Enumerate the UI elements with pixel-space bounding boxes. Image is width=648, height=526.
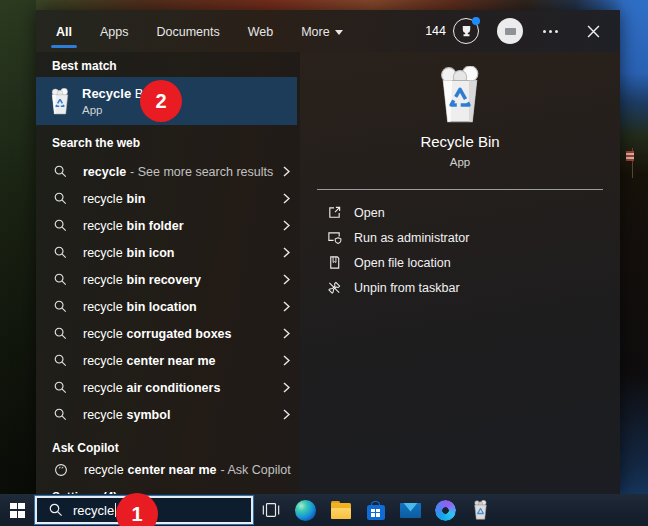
- rewards-count: 144: [425, 24, 446, 38]
- chevron-right-icon: [283, 166, 290, 177]
- user-avatar[interactable]: [497, 18, 523, 44]
- tab-web[interactable]: Web: [248, 23, 273, 39]
- chevron-right-icon: [283, 193, 290, 204]
- rewards-icon: [453, 18, 479, 44]
- copilot-suggestion-row[interactable]: recyclecenter near me- Ask Copilot: [36, 456, 300, 483]
- tab-apps-label: Apps: [100, 25, 129, 39]
- web-suggestion-row[interactable]: recyclecenter near me: [36, 347, 300, 374]
- tab-more-label: More: [301, 25, 329, 39]
- copilot-chat-icon: [54, 463, 68, 477]
- web-suggestion-row[interactable]: recyclesymbol: [36, 401, 300, 428]
- web-suggestion-row[interactable]: recyclebin location: [36, 293, 300, 320]
- search-icon: [54, 192, 67, 205]
- taskbar-app-store[interactable]: [358, 494, 393, 526]
- more-options-icon[interactable]: [543, 18, 558, 44]
- search-icon: [49, 503, 63, 517]
- task-view-icon: [261, 501, 281, 519]
- desktop-wallpaper-left: [0, 0, 36, 494]
- tab-more[interactable]: More: [301, 23, 342, 39]
- search-icon: [54, 381, 67, 394]
- run-as-admin-icon: [326, 230, 342, 246]
- search-icon: [54, 165, 67, 178]
- annotation-step-2: 2: [140, 80, 182, 122]
- divider: [317, 189, 603, 190]
- action-label: Open file location: [354, 256, 451, 270]
- avatar-image: [505, 28, 516, 35]
- chevron-right-icon: [283, 274, 290, 285]
- web-suggestion-row[interactable]: recyclebin recovery: [36, 266, 300, 293]
- rewards-button[interactable]: 144: [425, 18, 479, 44]
- taskbar-app-file-explorer[interactable]: [323, 494, 358, 526]
- chevron-right-icon: [283, 355, 290, 366]
- taskbar: recycle Bin: [0, 494, 648, 526]
- file-explorer-icon: [331, 504, 351, 519]
- tab-web-label: Web: [248, 25, 273, 39]
- active-tab-underline: [51, 45, 77, 48]
- action-unpin-from-taskbar[interactable]: Unpin from taskbar: [326, 275, 620, 300]
- search-icon: [54, 273, 67, 286]
- desktop-wallpaper-right: [620, 10, 648, 494]
- taskbar-app-copilot[interactable]: [428, 494, 463, 526]
- chevron-right-icon: [283, 247, 290, 258]
- chevron-right-icon: [283, 220, 290, 231]
- tab-documents-label: Documents: [156, 25, 219, 39]
- section-ask-copilot: Ask Copilot: [36, 440, 300, 456]
- recycle-bin-icon-large: [434, 66, 486, 124]
- mail-icon: [400, 503, 421, 518]
- web-suggestion-row[interactable]: recycle- See more search results: [36, 158, 300, 185]
- edge-icon: [295, 500, 316, 521]
- copilot-icon: [435, 500, 456, 521]
- search-query-text: recycle: [73, 503, 114, 518]
- store-icon: [367, 505, 385, 520]
- chevron-right-icon: [283, 301, 290, 312]
- taskbar-app-mail[interactable]: [393, 494, 428, 526]
- search-icon: [54, 327, 67, 340]
- action-label: Run as administrator: [354, 231, 469, 245]
- taskbar-app-edge[interactable]: [288, 494, 323, 526]
- action-run-as-administrator[interactable]: Run as administrator: [326, 225, 620, 250]
- unpin-icon: [326, 280, 342, 296]
- start-button[interactable]: [0, 494, 35, 526]
- chevron-right-icon: [283, 328, 290, 339]
- task-view-button[interactable]: [253, 494, 288, 526]
- search-icon: [54, 219, 67, 232]
- action-label: Unpin from taskbar: [354, 281, 460, 295]
- detail-title: Recycle Bin: [420, 133, 499, 150]
- search-icon: [54, 354, 67, 367]
- tab-documents[interactable]: Documents: [156, 23, 219, 39]
- search-icon: [54, 408, 67, 421]
- search-icon: [54, 246, 67, 259]
- chevron-down-icon: [335, 30, 343, 35]
- tab-all[interactable]: All: [56, 23, 72, 39]
- search-panel: All Apps Documents Web More 144: [36, 10, 620, 494]
- wallpaper-flag: [626, 148, 638, 178]
- section-search-the-web: Search the web: [36, 135, 300, 151]
- web-suggestion-row[interactable]: recyclebin folder: [36, 212, 300, 239]
- web-suggestion-row[interactable]: recyclebin: [36, 185, 300, 212]
- web-suggestion-row[interactable]: recycleair conditioners: [36, 374, 300, 401]
- search-icon: [54, 300, 67, 313]
- open-icon: [326, 205, 342, 221]
- recycle-bin-icon: [472, 500, 489, 520]
- search-tab-bar: All Apps Documents Web More 144: [36, 10, 620, 52]
- notification-dot: [472, 17, 480, 25]
- web-suggestion-row[interactable]: recyclecorrugated boxes: [36, 320, 300, 347]
- start-icon: [10, 503, 25, 518]
- detail-subtitle: App: [450, 156, 470, 168]
- tab-apps[interactable]: Apps: [100, 23, 129, 39]
- section-best-match: Best match: [36, 58, 300, 74]
- action-open-file-location[interactable]: Open file location: [326, 250, 620, 275]
- close-icon[interactable]: [580, 18, 606, 44]
- action-open[interactable]: Open: [326, 200, 620, 225]
- result-detail-panel: Recycle Bin App Open Run as administrato…: [300, 52, 620, 494]
- tab-all-label: All: [56, 25, 72, 39]
- chevron-right-icon: [283, 409, 290, 420]
- recycle-bin-icon: [48, 88, 72, 115]
- action-list: Open Run as administrator Open file loca…: [300, 200, 620, 300]
- chevron-right-icon: [283, 382, 290, 393]
- taskbar-app-recycle-bin[interactable]: [463, 494, 498, 526]
- action-label: Open: [354, 206, 385, 220]
- desktop-wallpaper-top: [36, 0, 648, 10]
- open-file-location-icon: [326, 255, 342, 271]
- web-suggestion-row[interactable]: recyclebin icon: [36, 239, 300, 266]
